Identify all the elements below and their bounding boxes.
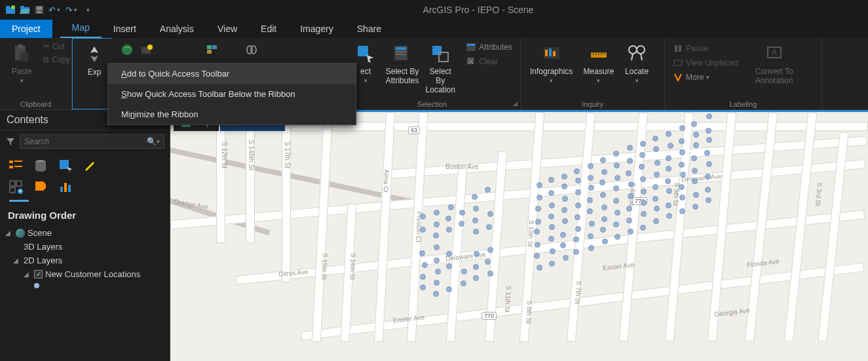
explore-button[interactable]: Exp [78, 41, 111, 79]
svg-rect-56 [14, 166, 22, 167]
svg-rect-14 [207, 45, 212, 49]
more-button[interactable]: More▾ [670, 71, 741, 84]
tab-project[interactable]: Project [0, 20, 52, 38]
locate-button[interactable]: Locate▾ [620, 41, 653, 88]
street-label: S 11th St [504, 286, 512, 313]
street-label: S 148th St [248, 140, 255, 170]
tree-2d-layers[interactable]: ◢2D Layers [0, 254, 170, 267]
tab-map[interactable]: Map [60, 18, 102, 38]
locate-icon [626, 43, 647, 64]
street-label: S 17th St [284, 142, 291, 168]
drawing-order-header: Drawing Order [0, 206, 170, 225]
attributes-button[interactable]: Attributes [463, 41, 515, 54]
svg-rect-27 [467, 44, 475, 46]
group-label-clipboard: Clipboard [5, 99, 66, 108]
select-by-location-button[interactable]: Select By Location [423, 41, 458, 97]
contents-pane: Contents ▾ ⊥ ✕ 🔍▾ + Drawing Ord [0, 110, 170, 361]
bookmarks-icon[interactable] [206, 43, 219, 56]
infographics-icon [541, 43, 562, 64]
road [374, 112, 395, 342]
paste-button[interactable]: Paste ▾ [5, 41, 38, 88]
link-icon[interactable] [245, 43, 258, 56]
select-icon [355, 43, 376, 64]
explore-icon [84, 44, 105, 65]
locate-label: Locate [625, 67, 649, 76]
search-dropdown[interactable]: ▾ [157, 138, 160, 145]
road [246, 112, 255, 243]
list-by-snapping-icon[interactable]: + [8, 179, 24, 195]
basemap-icon[interactable] [121, 43, 134, 56]
ctx-add-qat[interactable]: Add to Quick Access Toolbar [108, 64, 356, 84]
tab-analysis[interactable]: Analysis [148, 20, 206, 38]
group-inquiry: Infographics▾ Measure▾ Locate▾ Inquiry [521, 38, 665, 109]
street-label: Boston Ave [445, 163, 478, 170]
svg-rect-7 [37, 11, 41, 13]
undo-icon[interactable]: ↶ [48, 5, 56, 15]
group-clipboard: Paste ▾ ✂Cut ⧉Copy Clipboard [0, 38, 72, 109]
select-by-attributes-button[interactable]: Select By Attributes [385, 41, 420, 88]
measure-button[interactable]: Measure▾ [579, 41, 618, 88]
cut-button[interactable]: ✂Cut [41, 41, 73, 52]
list-by-labeling-icon[interactable] [33, 179, 48, 195]
new-project-icon[interactable] [5, 5, 16, 15]
undo-dropdown[interactable]: ▾ [57, 7, 60, 13]
tab-edit[interactable]: Edit [249, 20, 288, 38]
tab-insert[interactable]: Insert [102, 20, 148, 38]
select-loc-label: Select By Location [426, 67, 455, 94]
list-by-editing-icon[interactable] [83, 158, 98, 174]
view-unplaced-button[interactable]: View Unplaced [670, 56, 741, 69]
open-project-icon[interactable] [20, 5, 30, 15]
copy-button[interactable]: ⧉Copy [41, 54, 73, 66]
tab-imagery[interactable]: Imagery [288, 20, 345, 38]
ctx-show-below[interactable]: Show Quick Access Toolbar Below the Ribb… [108, 84, 356, 104]
convert-icon: A [764, 43, 785, 64]
svg-point-41 [629, 46, 637, 54]
clear-button[interactable]: Clear [463, 55, 515, 68]
filter-icon[interactable] [5, 136, 16, 147]
add-data-icon[interactable] [140, 43, 153, 56]
search-box[interactable]: 🔍▾ [20, 134, 164, 149]
more-icon [673, 72, 683, 83]
list-by-source-icon[interactable] [33, 158, 48, 174]
svg-line-44 [641, 54, 642, 60]
save-icon[interactable] [34, 5, 45, 15]
group-label-labeling: Labeling [670, 99, 816, 108]
measure-label: Measure [583, 67, 614, 76]
ctx-minimize[interactable]: Minimize the Ribbon [108, 104, 356, 124]
convert-annotation-button[interactable]: A Convert To Annotation [751, 41, 797, 88]
paste-label: Paste [12, 67, 32, 76]
tab-share[interactable]: Share [345, 20, 393, 38]
pause-button[interactable]: Pause [670, 42, 741, 55]
main-area: Contents ▾ ⊥ ✕ 🔍▾ + Drawing Ord [0, 110, 868, 361]
qat-customize[interactable]: ▾ [86, 7, 90, 13]
svg-rect-6 [37, 7, 42, 10]
redo-dropdown[interactable]: ▾ [74, 7, 77, 13]
svg-rect-64 [60, 187, 63, 192]
redo-icon[interactable]: ↷ [66, 5, 73, 15]
layer-checkbox[interactable]: ✓ [34, 270, 43, 278]
title-bar: ↶▾ ↷▾ ▾ ArcGIS Pro - IEPO - Scene [0, 0, 868, 20]
tab-view[interactable]: View [206, 20, 249, 38]
list-by-perf-icon[interactable] [58, 179, 73, 195]
paste-icon [11, 43, 32, 64]
svg-rect-10 [20, 52, 28, 62]
layer-tree: ◢Scene 3D Layers ◢2D Layers ◢✓New Custom… [0, 225, 170, 292]
svg-rect-33 [549, 48, 552, 56]
list-by-selection-icon[interactable] [58, 158, 73, 174]
search-icon[interactable]: 🔍 [147, 137, 157, 146]
infographics-button[interactable]: Infographics▾ [526, 41, 576, 88]
highway-shield: 770 [481, 312, 497, 320]
scene-view[interactable]: Avenue Boston Ave Delaware Ave Delaware … [170, 110, 868, 361]
selection-launcher[interactable]: ◢ [513, 100, 518, 107]
street-label: S 12th St [221, 142, 228, 168]
contents-toolbar [0, 153, 170, 179]
tree-3d-layers[interactable]: 3D Layers [0, 240, 170, 254]
svg-rect-1 [6, 6, 10, 8]
tree-layer-customers[interactable]: ◢✓New Customer Locations [0, 267, 170, 281]
list-by-drawing-icon[interactable] [8, 158, 24, 174]
tree-symbol[interactable] [0, 281, 170, 290]
svg-rect-54 [14, 161, 22, 162]
tree-scene[interactable]: ◢Scene [0, 226, 170, 240]
search-input[interactable] [24, 137, 147, 146]
street-label: S 15th St [320, 253, 328, 280]
